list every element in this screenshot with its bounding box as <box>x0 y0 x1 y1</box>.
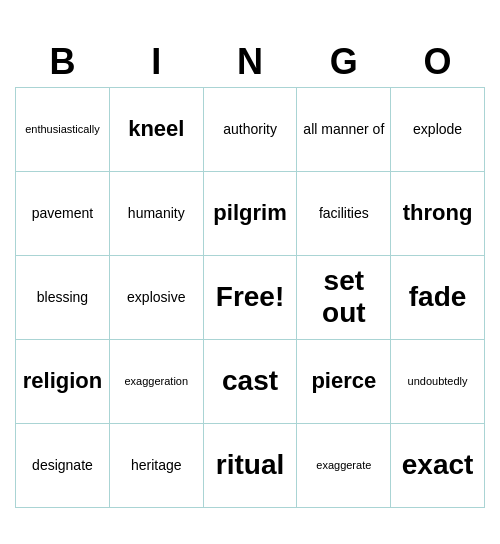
cell-0-2: authority <box>203 87 297 171</box>
cell-0-0: enthusiastically <box>16 87 110 171</box>
cell-1-0: pavement <box>16 171 110 255</box>
cell-1-2: pilgrim <box>203 171 297 255</box>
grid-row-3: religionexaggerationcastpierceundoubtedl… <box>16 339 485 423</box>
header-cell-g: G <box>297 37 391 88</box>
cell-1-1: humanity <box>109 171 203 255</box>
header-cell-o: O <box>391 37 485 88</box>
cell-3-3: pierce <box>297 339 391 423</box>
cell-4-1: heritage <box>109 423 203 507</box>
cell-2-3: set out <box>297 255 391 339</box>
header-cell-n: N <box>203 37 297 88</box>
cell-4-4: exact <box>391 423 485 507</box>
cell-3-1: exaggeration <box>109 339 203 423</box>
cell-0-4: explode <box>391 87 485 171</box>
cell-1-3: facilities <box>297 171 391 255</box>
cell-3-2: cast <box>203 339 297 423</box>
cell-2-2: Free! <box>203 255 297 339</box>
cell-3-0: religion <box>16 339 110 423</box>
grid-row-1: pavementhumanitypilgrimfacilitiesthrong <box>16 171 485 255</box>
header-cell-b: B <box>16 37 110 88</box>
cell-0-3: all manner of <box>297 87 391 171</box>
cell-4-0: designate <box>16 423 110 507</box>
cell-2-1: explosive <box>109 255 203 339</box>
header-cell-i: I <box>109 37 203 88</box>
header-row: BINGO <box>16 37 485 88</box>
bingo-card: BINGO enthusiasticallykneelauthorityall … <box>15 37 485 508</box>
cell-3-4: undoubtedly <box>391 339 485 423</box>
grid-row-4: designateheritageritualexaggerateexact <box>16 423 485 507</box>
cell-1-4: throng <box>391 171 485 255</box>
grid-row-0: enthusiasticallykneelauthorityall manner… <box>16 87 485 171</box>
cell-4-3: exaggerate <box>297 423 391 507</box>
grid-row-2: blessingexplosiveFree!set outfade <box>16 255 485 339</box>
cell-4-2: ritual <box>203 423 297 507</box>
cell-2-0: blessing <box>16 255 110 339</box>
cell-0-1: kneel <box>109 87 203 171</box>
cell-2-4: fade <box>391 255 485 339</box>
